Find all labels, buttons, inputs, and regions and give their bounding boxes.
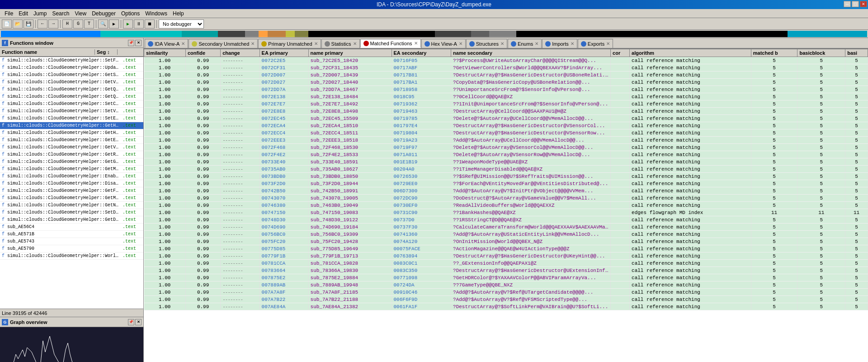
tab-close-button[interactable]: ✕	[353, 41, 357, 46]
tab-ida-view-a[interactable]: IDA View-A✕	[145, 39, 188, 48]
tab-close-button[interactable]: ✕	[251, 41, 255, 46]
table-row[interactable]: 1.000.99--------00756BC0sub_756BC0_19309…	[144, 231, 868, 238]
functions-list[interactable]: fsimul::clouds::CloudGeometryHelper::Set…	[0, 57, 143, 309]
col-header-ea-secondary[interactable]: EA secondary	[392, 49, 451, 57]
tab-close-button[interactable]: ✕	[314, 41, 318, 46]
table-row[interactable]: 1.000.99--------0072F468sub_72F468_18530…	[144, 144, 868, 151]
function-list-item[interactable]: fsub_AE5790.text	[0, 245, 143, 252]
function-list-item[interactable]: fsimul::clouds::CloudGeometryHelper::Get…	[0, 166, 143, 173]
tab-close-button[interactable]: ✕	[571, 41, 574, 46]
function-list-item[interactable]: fsimul::clouds::CloudGeometryHelper::Get…	[0, 86, 143, 93]
data-table[interactable]: similarityconfidechangeEA primaryname pr…	[144, 49, 868, 362]
search-next-button[interactable]: ▶	[109, 19, 119, 29]
graph-pin-button[interactable]: 📌	[128, 319, 134, 325]
function-list-item[interactable]: fsimul::clouds::CloudGeometryHelper::Get…	[0, 93, 143, 100]
table-row[interactable]: 1.000.99--------0072F4E2sub_72F4E2_18533…	[144, 151, 868, 158]
table-row[interactable]: 1.000.99--------0072ECC4sub_72ECC4_18511…	[144, 129, 868, 137]
panel-close-button[interactable]: ✕	[135, 40, 142, 46]
menu-item-view[interactable]: View	[72, 10, 89, 18]
function-list-item[interactable]: fsimul::clouds::CloudGeometryHelper::Get…	[0, 187, 143, 195]
col-header-name[interactable]: Function name	[0, 49, 95, 55]
window-controls[interactable]: ─ □ ✕	[844, 1, 867, 7]
col-header-basi[interactable]: basi	[845, 49, 868, 57]
table-row[interactable]: 1.000.99--------00743070sub_743070_19005…	[144, 195, 868, 202]
function-list-item[interactable]: fsub_AE571B.text	[0, 231, 143, 238]
col-header-similarity[interactable]: similarity	[144, 49, 186, 57]
function-list-item[interactable]: fsimul::clouds::CloudGeometryHelper::Get…	[0, 195, 143, 202]
function-list-item[interactable]: fsub_AE56C4.text	[0, 224, 143, 231]
function-list-item[interactable]: fsimul::clouds::CloudGeometryHelper::Get…	[0, 137, 143, 144]
open-button[interactable]: 📂	[13, 19, 23, 29]
stop-button[interactable]: ⏹	[145, 19, 155, 29]
graph-close-button[interactable]: ✕	[135, 319, 142, 325]
table-row[interactable]: 1.000.99--------00775D85sub_775D85_19649…	[144, 245, 868, 252]
hex-view-button[interactable]: H	[62, 19, 72, 29]
table-row[interactable]: 1.000.99--------0072ECA4sub_72ECA4_18510…	[144, 122, 868, 129]
table-row[interactable]: 1.000.99--------007A7B22sub_7A7B22_21188…	[144, 296, 868, 303]
col-header-algorithm[interactable]: algorithm	[630, 49, 751, 57]
table-row[interactable]: 1.000.99--------007AE84Asub_7AE84A_21382…	[144, 303, 868, 310]
table-row[interactable]: 1.000.99--------0072E7E7sub_72E7E7_18492…	[144, 100, 868, 108]
col-header-name-secondary[interactable]: name secondary	[451, 49, 611, 57]
table-row[interactable]: 1.000.99--------0075FC20sub_75FC20_19428…	[144, 238, 868, 245]
table-row[interactable]: 1.000.99--------00733E40sub_733E40_18591…	[144, 158, 868, 166]
table-row[interactable]: 1.000.99--------0072D007sub_72D007_18439…	[144, 71, 868, 79]
menu-item-jump[interactable]: Jump	[31, 10, 49, 18]
function-list-item[interactable]: fsimul::clouds::CloudGeometryHelper::Get…	[0, 158, 143, 166]
table-row[interactable]: 1.000.99--------00742B50sub_742B50_18991…	[144, 187, 868, 195]
graph-panel-controls[interactable]: 📌 ✕	[128, 319, 142, 325]
tab-close-button[interactable]: ✕	[181, 41, 185, 46]
table-row[interactable]: 1.000.99--------0073BDB0sub_73BDB0_18850…	[144, 173, 868, 180]
function-list-item[interactable]: fsimul::clouds::CloudGeometryHelper::Get…	[0, 151, 143, 158]
tab-exports[interactable]: Exports✕	[578, 39, 613, 48]
table-row[interactable]: 1.000.99--------0072EEE3sub_72EEE3_18518…	[144, 137, 868, 144]
pause-button[interactable]: ⏸	[134, 19, 144, 29]
menu-item-help[interactable]: Help	[170, 10, 187, 18]
function-list-item[interactable]: fsimul::clouds::CloudGeometryHelper::Set…	[0, 100, 143, 108]
tab-close-button[interactable]: ✕	[459, 41, 462, 46]
tab-structures[interactable]: Structures✕	[466, 39, 507, 48]
table-row[interactable]: 1.000.99--------0072D027sub_72D027_18440…	[144, 79, 868, 86]
graph-view-button[interactable]: G	[73, 19, 83, 29]
table-row[interactable]: 1.000.99--------0072E8E8sub_72E8E8_18498…	[144, 108, 868, 115]
text-view-button[interactable]: T	[84, 19, 94, 29]
tab-hex-view-a[interactable]: Hex View-A✕	[421, 39, 466, 48]
menu-item-options[interactable]: Options	[118, 10, 142, 18]
col-header-seg[interactable]: Seg ↕	[95, 49, 118, 55]
function-list-item[interactable]: fsub_AE5743.text	[0, 238, 143, 245]
table-row[interactable]: 1.000.99--------0074D690sub_74D690_19184…	[144, 224, 868, 231]
tab-primary-unmatched[interactable]: Primary Unmatched✕	[258, 39, 321, 48]
table-row[interactable]: 1.000.99--------0072C2E5sub_72C2E5_18420…	[144, 57, 868, 64]
col-header-change[interactable]: change	[221, 49, 259, 57]
function-list-item[interactable]: fsimul::clouds::CloudGeometryHelper::Upd…	[0, 64, 143, 71]
forward-button[interactable]: →	[48, 19, 58, 29]
panel-pin-button[interactable]: 📌	[128, 40, 134, 46]
menu-item-file[interactable]: File	[2, 10, 16, 18]
tab-statistics[interactable]: Statistics✕	[321, 39, 360, 48]
col-header-basicblock[interactable]: basicblock	[797, 49, 845, 57]
function-list-item[interactable]: fsimul::clouds::CloudGeometryHelper::Set…	[0, 108, 143, 115]
save-button[interactable]: 💾	[24, 19, 33, 29]
tab-enums[interactable]: Enums✕	[508, 39, 542, 48]
table-row[interactable]: 1.000.99--------00746380sub_7463B0_19049…	[144, 202, 868, 209]
function-list-item[interactable]: fsimul::clouds::CloudGeometryHelper::Wor…	[0, 252, 143, 260]
function-list-item[interactable]: fsimul::clouds::CloudGeometryHelper::Get…	[0, 202, 143, 209]
table-row[interactable]: 1.000.99--------007875E2sub_7875E2_19884…	[144, 274, 868, 281]
table-row[interactable]: 1.000.99--------0072DD7Asub_72DD7A_18467…	[144, 86, 868, 93]
tab-close-button[interactable]: ✕	[500, 41, 504, 46]
tab-close-button[interactable]: ✕	[535, 41, 538, 46]
new-button[interactable]: 📄	[2, 19, 12, 29]
table-row[interactable]: 1.000.99--------0073F2D0sub_73F2D0_18944…	[144, 180, 868, 187]
search-button[interactable]: 🔍	[98, 19, 108, 29]
close-button[interactable]: ✕	[860, 1, 867, 7]
function-list-item[interactable]: fsimul::clouds::CloudGeometryHelper::Set…	[0, 209, 143, 216]
table-row[interactable]: 1.000.99--------00779F1Bsub_779F1B_19713…	[144, 252, 868, 260]
tab-close-button[interactable]: ✕	[414, 41, 418, 46]
function-list-item[interactable]: fsimul::clouds::CloudGeometryHelper::Get…	[0, 216, 143, 224]
col-header-matched-b[interactable]: matched b	[751, 49, 797, 57]
function-list-item[interactable]: fsimul::clouds::CloudGeometryHelper::Set…	[0, 115, 143, 122]
function-list-item[interactable]: fsimul::clouds::CloudGeometryHelper::Get…	[0, 144, 143, 151]
table-row[interactable]: 1.000.99--------0072E138sub_72E138_18484…	[144, 93, 868, 100]
function-list-item[interactable]: fsimul::clouds::CloudGeometryHelper::Set…	[0, 57, 143, 64]
function-list-item[interactable]: fsimul::clouds::CloudGeometryHelper::Get…	[0, 122, 143, 129]
